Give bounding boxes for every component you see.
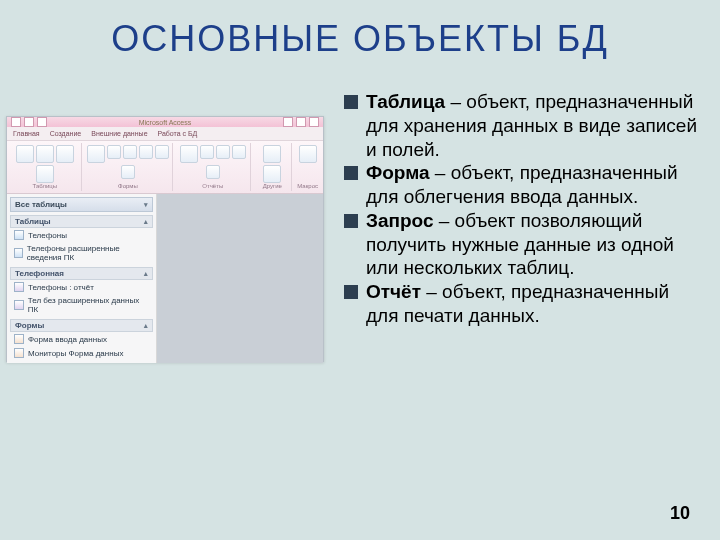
nav-item-label: Телефоны	[28, 231, 67, 240]
app-canvas	[157, 194, 323, 363]
ribbon-tab: Главная	[13, 127, 40, 140]
form-icon	[14, 334, 24, 344]
chevron-down-icon: ▾	[144, 201, 148, 209]
nav-item: Телефоны : отчёт	[10, 280, 153, 294]
bullet-item: Запрос – объект позволяющий получить нуж…	[344, 209, 700, 280]
ribbon-group-label: Другие	[263, 183, 282, 191]
ribbon-icon	[56, 145, 74, 163]
bullet-item: Отчёт – объект, предназначенный для печа…	[344, 280, 700, 328]
ribbon-icon	[200, 145, 214, 159]
chevron-up-icon: ▴	[144, 322, 148, 330]
bullet-item: Таблица – объект, предназначенный для хр…	[344, 90, 700, 161]
close-icon	[309, 117, 319, 127]
ribbon-group: Таблицы	[9, 143, 82, 191]
bullet-term: Запрос	[366, 210, 433, 231]
bullet-item: Форма – объект, предназначенный для обле…	[344, 161, 700, 209]
nav-item: Форма ввода данных	[10, 332, 153, 346]
nav-header-label: Все таблицы	[15, 200, 67, 209]
max-icon	[296, 117, 306, 127]
ribbon-icon	[299, 145, 317, 163]
bullet-icon	[344, 95, 358, 109]
chevron-up-icon: ▴	[144, 218, 148, 226]
nav-section: Телефонная ▴	[10, 267, 153, 280]
ribbon-group-label: Формы	[118, 183, 138, 191]
nav-item-label: Форма ввода данных	[28, 335, 107, 344]
ribbon-icon	[263, 145, 281, 163]
content-row: Microsoft Access Главная Создание Внешни…	[0, 90, 720, 362]
nav-item: Тел без расширенных данных ПК	[10, 294, 153, 316]
titlebar: Microsoft Access	[7, 117, 323, 127]
ribbon-group: Отчёты	[175, 143, 251, 191]
nav-section-label: Таблицы	[15, 217, 51, 226]
table-icon	[14, 248, 23, 258]
ribbon-icon	[206, 165, 220, 179]
bullet-list: Таблица – объект, предназначенный для хр…	[324, 90, 710, 362]
bullet-text: Форма – объект, предназначенный для обле…	[366, 161, 700, 209]
ribbon-tab: Работа с БД	[158, 127, 198, 140]
ribbon-tab: Создание	[50, 127, 82, 140]
ribbon-icon	[121, 165, 135, 179]
ribbon-icon	[107, 145, 121, 159]
ribbon-icon	[232, 145, 246, 159]
app-body: Все таблицы ▾ Таблицы ▴ Телефоны Телефон…	[7, 194, 323, 363]
ribbon-group-label: Таблицы	[33, 183, 58, 191]
bullet-text: Запрос – объект позволяющий получить нуж…	[366, 209, 700, 280]
bullet-icon	[344, 214, 358, 228]
app-menu-icon	[11, 117, 21, 127]
nav-item: Телефоны	[10, 228, 153, 242]
nav-item: Мониторы Форма данных	[10, 346, 153, 360]
ribbon-group-label: Макрос	[297, 183, 318, 191]
form-icon	[14, 348, 24, 358]
page-number: 10	[670, 503, 690, 524]
ribbon-icon	[123, 145, 137, 159]
ribbon-group: Другие	[253, 143, 292, 191]
ribbon-group: Макрос	[294, 143, 321, 191]
ribbon-icon	[36, 165, 54, 183]
ribbon-icon	[155, 145, 169, 159]
ribbon-icon	[139, 145, 153, 159]
nav-item-label: Тел без расширенных данных ПК	[28, 296, 149, 314]
chevron-up-icon: ▴	[144, 270, 148, 278]
ribbon-icon	[263, 165, 281, 183]
ribbon-group: Формы	[84, 143, 174, 191]
nav-section: Таблицы ▴	[10, 215, 153, 228]
ribbon-tab: Внешние данные	[91, 127, 147, 140]
nav-section-label: Телефонная	[15, 269, 64, 278]
query-icon	[14, 300, 24, 310]
qat-save-icon	[24, 117, 34, 127]
query-icon	[14, 282, 24, 292]
ribbon-icon	[180, 145, 198, 163]
page-title: ОСНОВНЫЕ ОБЪЕКТЫ БД	[0, 0, 720, 60]
nav-pane: Все таблицы ▾ Таблицы ▴ Телефоны Телефон…	[7, 194, 157, 363]
window-title: Microsoft Access	[50, 119, 280, 126]
nav-item-label: Телефоны : отчёт	[28, 283, 94, 292]
bullet-term: Отчёт	[366, 281, 421, 302]
ribbon-icon	[36, 145, 54, 163]
ribbon-icon	[216, 145, 230, 159]
table-icon	[14, 230, 24, 240]
nav-item-label: Телефоны расширенные сведения ПК	[27, 244, 149, 262]
nav-header: Все таблицы ▾	[10, 197, 153, 212]
bullet-text: Отчёт – объект, предназначенный для печа…	[366, 280, 700, 328]
ribbon: Таблицы Формы	[7, 141, 323, 194]
bullet-icon	[344, 166, 358, 180]
bullet-term: Таблица	[366, 91, 445, 112]
nav-section: Формы ▴	[10, 319, 153, 332]
bullet-text: Таблица – объект, предназначенный для хр…	[366, 90, 700, 161]
bullet-term: Форма	[366, 162, 430, 183]
nav-item: Телефоны расширенные сведения ПК	[10, 242, 153, 264]
ribbon-icon	[87, 145, 105, 163]
nav-item-label: Мониторы Форма данных	[28, 349, 123, 358]
ribbon-icon	[16, 145, 34, 163]
ribbon-tabs: Главная Создание Внешние данные Работа с…	[7, 127, 323, 141]
app-screenshot: Microsoft Access Главная Создание Внешни…	[6, 116, 324, 362]
qat-undo-icon	[37, 117, 47, 127]
bullet-icon	[344, 285, 358, 299]
ribbon-group-label: Отчёты	[202, 183, 223, 191]
nav-section-label: Формы	[15, 321, 44, 330]
min-icon	[283, 117, 293, 127]
